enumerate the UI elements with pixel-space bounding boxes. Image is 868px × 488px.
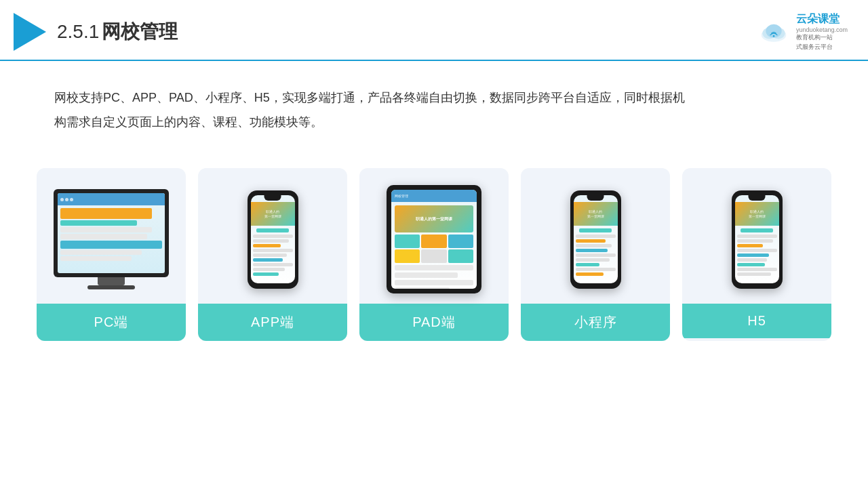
play-icon	[14, 13, 46, 51]
card-app-label: APP端	[198, 304, 347, 341]
description-text: 网校支持PC、APP、PAD、小程序、H5，实现多端打通，产品各终端自由切换，数…	[0, 61, 746, 148]
card-pad-image: 网校管理 职通人的第一堂网课	[359, 168, 509, 304]
logo-brand: 云朵课堂	[796, 12, 848, 26]
card-app: 职通人的第一堂网课	[198, 168, 347, 341]
card-pc-image	[37, 168, 186, 304]
header-left: 2.5.1网校管理	[14, 13, 178, 51]
card-pad-label: PAD端	[359, 304, 509, 341]
card-miniapp: 职通人的第一堂网课	[521, 168, 670, 341]
logo-tagline: 教育机构一站式服务云平台	[796, 33, 848, 52]
card-pc: PC端	[37, 168, 186, 341]
cloud-icon	[757, 20, 791, 44]
card-pc-label: PC端	[37, 304, 186, 341]
card-h5: 职通人的第一堂网课	[682, 168, 831, 341]
page-title: 2.5.1网校管理	[57, 19, 178, 45]
card-miniapp-label: 小程序	[521, 304, 670, 341]
card-h5-image: 职通人的第一堂网课	[682, 168, 831, 304]
card-app-image: 职通人的第一堂网课	[198, 168, 347, 304]
svg-point-4	[773, 35, 775, 37]
logo-area: 云朵课堂 yunduoketang.com 教育机构一站式服务云平台	[757, 12, 848, 52]
cards-container: PC端 职通人的第一堂网课	[0, 155, 868, 341]
logo-text-area: 云朵课堂 yunduoketang.com 教育机构一站式服务云平台	[796, 12, 848, 52]
card-pad: 网校管理 职通人的第一堂网课	[359, 168, 509, 341]
card-miniapp-image: 职通人的第一堂网课	[521, 168, 670, 304]
section-number: 2.5.1	[57, 21, 99, 42]
card-h5-label: H5	[682, 304, 831, 338]
header: 2.5.1网校管理 云朵课堂 yunduoketang.com 教育机构一站式服…	[0, 0, 868, 61]
logo-url: yunduoketang.com	[796, 26, 848, 33]
